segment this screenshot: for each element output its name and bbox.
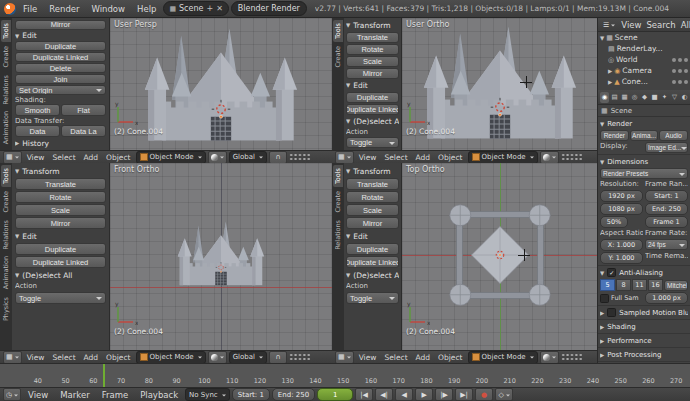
full-sample-checkbox[interactable] [600, 294, 609, 303]
anti-aliasing-checkbox[interactable] [607, 268, 616, 277]
smooth-button[interactable]: Smooth [15, 104, 60, 116]
selectability-icon[interactable] [678, 58, 682, 62]
snap-magnet-icon[interactable]: ∩ [269, 351, 287, 364]
view-menu[interactable]: View [24, 153, 48, 162]
outliner-item-renderlayers[interactable]: ▤ RenderLay... [598, 43, 690, 54]
outliner-search-menu[interactable]: Search [645, 20, 676, 30]
viewport-shading-icon[interactable] [540, 351, 559, 364]
render-layers-tab-icon[interactable]: ▤ [610, 92, 619, 103]
viewport-top-ortho[interactable]: Top Ortho (2) Cone.004 [402, 163, 597, 350]
transform-panel-header[interactable]: ▼Transform [15, 165, 106, 177]
object-menu[interactable]: Object [103, 153, 133, 162]
translate-button[interactable]: Translate [15, 178, 106, 190]
mirror-button[interactable]: Mirror [346, 68, 399, 79]
animation-button[interactable]: Anima... [630, 130, 659, 141]
visibility-icon[interactable] [672, 58, 676, 62]
castle-model[interactable] [168, 218, 274, 290]
add-menu[interactable]: Add [413, 153, 434, 162]
deselect-panel-header[interactable]: ▼(De)select All [15, 269, 106, 281]
outliner-display-dropdown[interactable]: All Sce... [680, 20, 690, 30]
tab-relations[interactable]: Relations [1, 217, 11, 253]
resolution-y-field[interactable]: 1080 px [600, 203, 643, 215]
empty-object-crosshair[interactable] [520, 76, 532, 88]
jump-to-start-button[interactable]: |◀ [355, 388, 373, 401]
disclosure-triangle-icon[interactable]: ▼ [600, 35, 604, 41]
shading-panel-header[interactable]: ▶Shading [600, 321, 688, 332]
scene-selector[interactable]: ▦ Scene + ✕ [163, 1, 228, 16]
dimensions-panel-header[interactable]: ▼Dimensions [600, 156, 688, 167]
add-menu[interactable]: Add [413, 353, 434, 362]
selectability-icon[interactable] [678, 69, 682, 73]
mode-dropdown[interactable]: Object Mode [468, 351, 538, 364]
scale-button[interactable]: Scale [346, 204, 399, 216]
help-menu[interactable]: Help [132, 3, 161, 15]
flat-button[interactable]: Flat [61, 104, 106, 116]
tab-create[interactable]: Create [333, 188, 343, 216]
viewport-shading-icon[interactable] [540, 151, 559, 164]
window-menu[interactable]: Window [87, 3, 131, 15]
duplicate-button[interactable]: Duplicate [15, 243, 106, 255]
layers-grid[interactable] [289, 153, 311, 161]
duplicate-button[interactable]: Duplicate [15, 41, 106, 51]
display-dropdown[interactable]: Image Ed... [645, 142, 688, 153]
visibility-icon[interactable] [672, 69, 676, 73]
outliner-item-camera[interactable]: ▶ ◉ Camera [598, 65, 690, 76]
deselect-panel-header[interactable]: ▼(De)select All [346, 269, 399, 281]
play-button[interactable]: ▶ [415, 388, 433, 401]
render-button[interactable]: Render [600, 130, 629, 141]
timeline-playback-menu[interactable]: Playback [135, 389, 183, 401]
file-menu[interactable]: File [18, 3, 42, 15]
edit-panel-header[interactable]: ▼Edit [15, 31, 106, 41]
object-menu[interactable]: Object [435, 353, 465, 362]
object-menu[interactable]: Object [103, 353, 133, 362]
duplicate-linked-button[interactable]: Duplicate Linked [15, 52, 106, 62]
add-menu[interactable]: Add [81, 353, 102, 362]
visibility-icon[interactable] [672, 80, 676, 84]
orientation-dropdown[interactable]: Global [229, 351, 267, 364]
aa-filter-dropdown[interactable]: Mitchell... [664, 280, 688, 291]
frame-step-field[interactable]: Frame 1 [645, 216, 688, 228]
tab-relations[interactable]: Relations [1, 72, 11, 108]
end-frame-field[interactable]: End: 250 [645, 203, 688, 215]
viewport-shading-icon[interactable] [208, 151, 227, 164]
mirror-button[interactable]: Mirror [346, 217, 399, 229]
data-button[interactable]: Data [15, 125, 60, 137]
deselect-panel-header[interactable]: ▼(De)select All [346, 116, 399, 127]
audio-button[interactable]: Audio [659, 130, 688, 141]
timeline-marker-menu[interactable]: Marker [55, 389, 94, 401]
tab-tools[interactable]: Tools [333, 165, 343, 187]
sync-dropdown[interactable]: No Sync [185, 388, 230, 401]
mode-dropdown[interactable]: Object Mode [136, 151, 206, 164]
tab-create[interactable]: Create [1, 188, 11, 216]
tab-create[interactable]: Create [1, 43, 11, 71]
modifiers-tab-icon[interactable]: ✦ [660, 92, 669, 103]
aspect-y-field[interactable]: Y: 1.000 [600, 252, 643, 264]
editor-type-icon[interactable]: ◷ [3, 388, 21, 401]
motion-blur-panel-header[interactable]: ▶Sampled Motion Blur [600, 307, 688, 318]
history-panel-header[interactable]: ▶History [15, 138, 106, 148]
render-tab-icon[interactable]: ◉ [600, 92, 609, 103]
edit-panel-header[interactable]: ▼Edit [346, 80, 399, 91]
editor-type-icon[interactable]: ▦ [335, 351, 354, 364]
layers-grid[interactable] [561, 153, 583, 161]
renderability-icon[interactable] [684, 80, 688, 84]
object-tab-icon[interactable]: ◆ [640, 92, 649, 103]
action-toggle-dropdown[interactable]: Toggle [346, 292, 399, 304]
transform-panel-header[interactable]: ▼Transform [346, 20, 399, 31]
keying-set-icon[interactable]: ◇ [495, 388, 513, 401]
world-tab-icon[interactable]: ◎ [630, 92, 639, 103]
editor-type-icon[interactable]: ☰ [601, 19, 617, 30]
tab-tools[interactable]: Tools [1, 20, 11, 42]
performance-panel-header[interactable]: ▶Performance [600, 335, 688, 346]
view-menu[interactable]: View [24, 353, 48, 362]
select-menu[interactable]: Select [49, 153, 78, 162]
outliner-view-menu[interactable]: View [620, 20, 642, 30]
timeline-view-menu[interactable]: View [23, 389, 53, 401]
editor-type-icon[interactable]: ▦ [3, 351, 22, 364]
next-keyframe-button[interactable]: |▶ [435, 388, 453, 401]
action-toggle-dropdown[interactable]: Toggle [346, 137, 399, 148]
add-menu[interactable]: Add [81, 153, 102, 162]
resolution-percent-field[interactable]: 50% [600, 216, 628, 228]
set-origin-dropdown[interactable]: Set Origin [15, 85, 106, 95]
scene-tab-icon[interactable]: ▦ [620, 92, 629, 103]
